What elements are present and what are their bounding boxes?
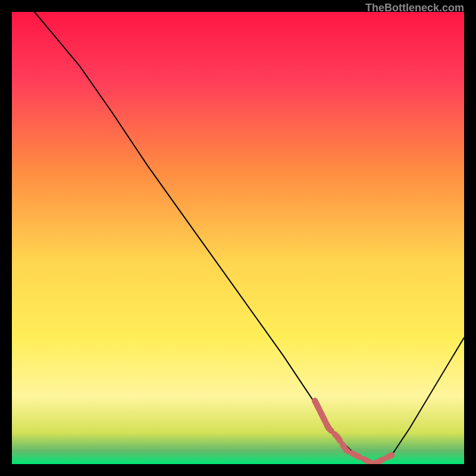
chart-container xyxy=(12,12,464,464)
watermark-text: TheBottleneck.com xyxy=(365,2,464,14)
gradient-background xyxy=(12,12,464,464)
bottleneck-chart xyxy=(12,12,464,464)
